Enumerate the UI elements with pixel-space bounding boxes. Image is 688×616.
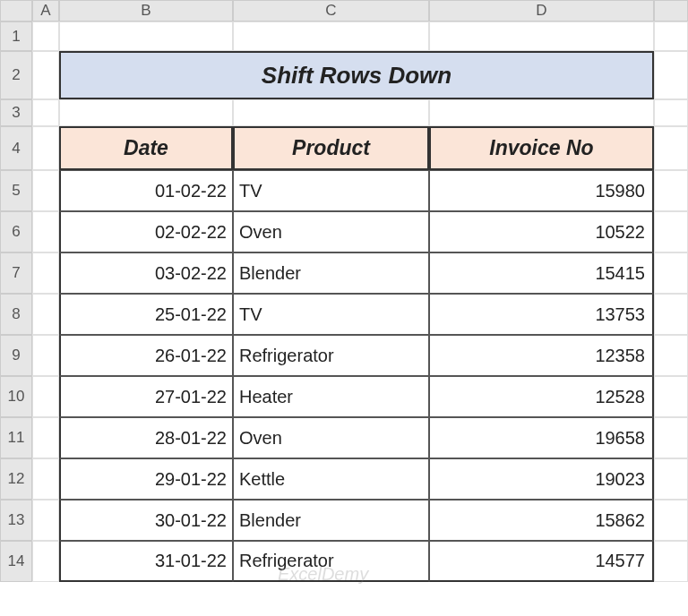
- cell-E4[interactable]: [654, 126, 688, 170]
- cell-invoice-3[interactable]: 13753: [429, 294, 654, 335]
- cell-product-8[interactable]: Blender: [233, 500, 429, 541]
- row-header-9[interactable]: 9: [0, 335, 32, 376]
- cell-A4[interactable]: [32, 126, 59, 170]
- cell-date-3[interactable]: 25-01-22: [59, 294, 233, 335]
- col-header-B[interactable]: B: [59, 0, 233, 21]
- cell-D1[interactable]: [429, 21, 654, 51]
- row-header-13[interactable]: 13: [0, 500, 32, 541]
- cell-date-5[interactable]: 27-01-22: [59, 376, 233, 417]
- cell-A7[interactable]: [32, 252, 59, 294]
- cell-product-0[interactable]: TV: [233, 170, 429, 211]
- cell-D3[interactable]: [429, 99, 654, 126]
- cell-date-8[interactable]: 30-01-22: [59, 500, 233, 541]
- cell-product-3[interactable]: TV: [233, 294, 429, 335]
- col-header-A[interactable]: A: [32, 0, 59, 21]
- cell-A2[interactable]: [32, 51, 59, 99]
- cell-product-9[interactable]: Refrigerator: [233, 541, 429, 582]
- cell-A8[interactable]: [32, 294, 59, 335]
- cell-date-7[interactable]: 29-01-22: [59, 458, 233, 500]
- row-header-14[interactable]: 14: [0, 541, 32, 582]
- col-header-C[interactable]: C: [233, 0, 429, 21]
- cell-E5[interactable]: [654, 170, 688, 211]
- cell-date-4[interactable]: 26-01-22: [59, 335, 233, 376]
- cell-C3[interactable]: [233, 99, 429, 126]
- cell-date-9[interactable]: 31-01-22: [59, 541, 233, 582]
- cell-invoice-4[interactable]: 12358: [429, 335, 654, 376]
- cell-invoice-9[interactable]: 14577: [429, 541, 654, 582]
- cell-A6[interactable]: [32, 211, 59, 252]
- cell-date-1[interactable]: 02-02-22: [59, 211, 233, 252]
- select-all-corner[interactable]: [0, 0, 32, 21]
- cell-E6[interactable]: [654, 211, 688, 252]
- cell-product-2[interactable]: Blender: [233, 252, 429, 294]
- row-header-1[interactable]: 1: [0, 21, 32, 51]
- cell-E10[interactable]: [654, 376, 688, 417]
- cell-E9[interactable]: [654, 335, 688, 376]
- cell-product-5[interactable]: Heater: [233, 376, 429, 417]
- row-header-12[interactable]: 12: [0, 458, 32, 500]
- cell-A5[interactable]: [32, 170, 59, 211]
- cell-A10[interactable]: [32, 376, 59, 417]
- cell-E11[interactable]: [654, 417, 688, 458]
- cell-A1[interactable]: [32, 21, 59, 51]
- cell-product-7[interactable]: Kettle: [233, 458, 429, 500]
- header-date: Date: [59, 126, 233, 170]
- cell-date-0[interactable]: 01-02-22: [59, 170, 233, 211]
- cell-E3[interactable]: [654, 99, 688, 126]
- cell-date-2[interactable]: 03-02-22: [59, 252, 233, 294]
- row-header-10[interactable]: 10: [0, 376, 32, 417]
- cell-date-6[interactable]: 28-01-22: [59, 417, 233, 458]
- row-header-7[interactable]: 7: [0, 252, 32, 294]
- cell-A13[interactable]: [32, 500, 59, 541]
- cell-E2[interactable]: [654, 51, 688, 99]
- row-header-5[interactable]: 5: [0, 170, 32, 211]
- row-header-4[interactable]: 4: [0, 126, 32, 170]
- cell-product-1[interactable]: Oven: [233, 211, 429, 252]
- cell-E7[interactable]: [654, 252, 688, 294]
- row-header-3[interactable]: 3: [0, 99, 32, 126]
- cell-product-4[interactable]: Refrigerator: [233, 335, 429, 376]
- header-product: Product: [233, 126, 429, 170]
- col-header-[interactable]: [654, 0, 688, 21]
- row-header-11[interactable]: 11: [0, 417, 32, 458]
- row-header-6[interactable]: 6: [0, 211, 32, 252]
- cell-invoice-2[interactable]: 15415: [429, 252, 654, 294]
- spreadsheet-grid[interactable]: ABCD12Shift Rows Down34DateProductInvoic…: [0, 0, 688, 582]
- cell-A14[interactable]: [32, 541, 59, 582]
- cell-invoice-5[interactable]: 12528: [429, 376, 654, 417]
- cell-E12[interactable]: [654, 458, 688, 500]
- cell-invoice-7[interactable]: 19023: [429, 458, 654, 500]
- cell-E13[interactable]: [654, 500, 688, 541]
- cell-A3[interactable]: [32, 99, 59, 126]
- cell-E8[interactable]: [654, 294, 688, 335]
- title-cell: Shift Rows Down: [59, 51, 654, 99]
- cell-B3[interactable]: [59, 99, 233, 126]
- cell-invoice-1[interactable]: 10522: [429, 211, 654, 252]
- row-header-8[interactable]: 8: [0, 294, 32, 335]
- cell-E1[interactable]: [654, 21, 688, 51]
- cell-C1[interactable]: [233, 21, 429, 51]
- cell-product-6[interactable]: Oven: [233, 417, 429, 458]
- cell-A9[interactable]: [32, 335, 59, 376]
- cell-invoice-0[interactable]: 15980: [429, 170, 654, 211]
- header-invoice: Invoice No: [429, 126, 654, 170]
- cell-A12[interactable]: [32, 458, 59, 500]
- row-header-2[interactable]: 2: [0, 51, 32, 99]
- cell-invoice-6[interactable]: 19658: [429, 417, 654, 458]
- cell-E14[interactable]: [654, 541, 688, 582]
- cell-B1[interactable]: [59, 21, 233, 51]
- cell-invoice-8[interactable]: 15862: [429, 500, 654, 541]
- col-header-D[interactable]: D: [429, 0, 654, 21]
- cell-A11[interactable]: [32, 417, 59, 458]
